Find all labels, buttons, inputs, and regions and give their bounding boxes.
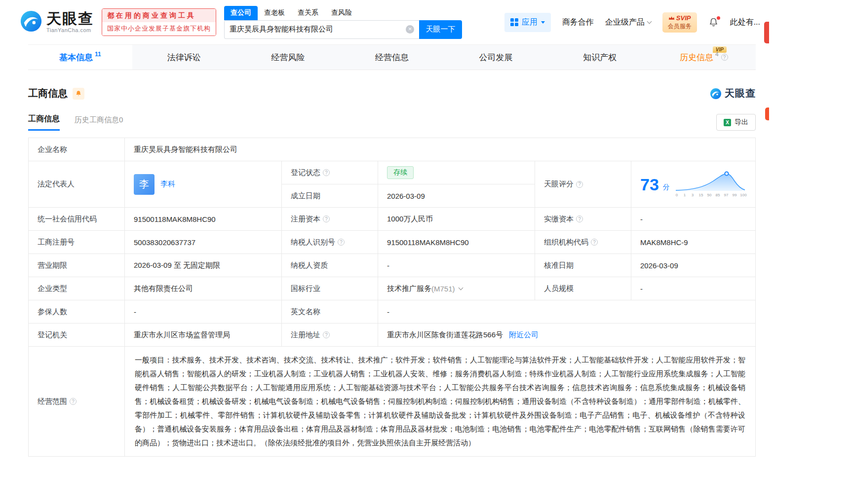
label-text: 天眼评分 <box>544 180 574 189</box>
company-type-value: 其他有限责任公司 <box>125 277 282 300</box>
watermark-text: 天眼查 <box>725 87 756 100</box>
legal-rep-value: 李 李科 <box>125 161 282 207</box>
term-label: 营业期限 <box>29 254 125 277</box>
tab-legal-proceedings[interactable]: 法律诉讼 <box>132 45 236 70</box>
clear-icon[interactable]: × <box>406 25 414 34</box>
section-title: 工商信息 <box>28 87 68 100</box>
credit-code: 91500118MAK8M8HC90 <box>134 215 216 223</box>
subtab-business-info[interactable]: 工商信息 <box>28 114 60 131</box>
label-text: 成立日期 <box>291 191 320 201</box>
staff-size-value: - <box>631 277 755 300</box>
address-help-icon[interactable]: ? <box>323 331 330 338</box>
label-text: 纳税人识别号 <box>291 238 335 247</box>
status-value: 存续 <box>378 161 535 184</box>
search-input[interactable] <box>230 25 406 34</box>
tianyancha-logo[interactable]: 天眼查 TianYanCha.com <box>20 10 94 35</box>
reg-capital: 1000万人民币 <box>387 215 433 224</box>
company-name: 重庆昊辰具身智能科技有限公司 <box>134 145 237 154</box>
label-text: 纳税人资质 <box>291 261 328 270</box>
floating-widget-top[interactable] <box>764 22 769 43</box>
taxpayer-id-help-icon[interactable]: ? <box>338 239 345 246</box>
tianyancha-logo-icon <box>20 10 42 35</box>
scope-help-icon[interactable]: ? <box>70 398 77 405</box>
search-button[interactable]: 天眼一下 <box>419 20 462 39</box>
established-value: 2026-03-09 <box>378 184 535 207</box>
tab-company-development[interactable]: 公司发展 <box>444 45 548 70</box>
logo-name: 天眼查 <box>46 11 94 27</box>
industry-expand-icon[interactable] <box>458 285 463 290</box>
export-label: 导出 <box>735 118 748 127</box>
crown-icon <box>668 16 675 20</box>
tab-label: 基本信息 <box>59 52 93 63</box>
score-label: 天眼评分 ? <box>535 161 631 207</box>
insured-count: - <box>134 308 136 316</box>
slogan-line1: 都在用的商业查询工具 <box>102 9 216 22</box>
insured-label: 参保人数 <box>29 300 125 323</box>
search-tab-relation[interactable]: 查关系 <box>291 6 325 20</box>
status-help-icon[interactable]: ? <box>323 169 330 176</box>
credit-code-value: 91500118MAK8M8HC90 <box>125 208 282 230</box>
user-menu[interactable]: 此处有... <box>730 17 760 28</box>
apps-label: 应用 <box>522 17 538 28</box>
table-row-legal-rep: 法定代表人 李 李科 登记状态 ? 存续 成立日期 <box>29 161 755 208</box>
tab-history-info[interactable]: VIP 历史信息 4 ? <box>652 45 756 70</box>
monitor-bell-icon[interactable] <box>73 88 84 100</box>
tab-label: 经营风险 <box>271 52 305 63</box>
tab-label: 法律诉讼 <box>167 52 201 63</box>
floating-widget-bottom[interactable] <box>765 108 769 120</box>
reg-capital-help-icon[interactable]: ? <box>323 216 330 222</box>
search-tab-boss[interactable]: 查老板 <box>258 6 291 20</box>
tab-label: 知识产权 <box>583 52 617 63</box>
label-text: 统一社会信用代码 <box>38 215 97 224</box>
english-name-label: 英文名称 <box>282 300 378 323</box>
svip-member-button[interactable]: SVIP 会员服务 <box>662 12 697 33</box>
apps-button[interactable]: 应用 <box>504 13 551 32</box>
taxpayer-id: 91500118MAK8M8HC90 <box>387 238 469 247</box>
notification-dot <box>717 16 720 20</box>
notification-bell-icon[interactable] <box>708 17 719 28</box>
label-text: 组织机构代码 <box>544 238 588 247</box>
tab-intellectual-property[interactable]: 知识产权 <box>548 45 652 70</box>
nearby-companies-link[interactable]: 附近公司 <box>509 330 539 340</box>
table-row-term: 营业期限 2026-03-09 至 无固定期限 纳税人资质 - 核准日期 202… <box>29 254 755 277</box>
tab-operational-risk[interactable]: 经营风险 <box>236 45 340 70</box>
status-badge: 存续 <box>387 166 414 179</box>
tab-count: 11 <box>95 51 101 58</box>
label-text: 注册资本 <box>291 215 320 224</box>
slogan-box: 都在用的商业查询工具 国家中小企业发展子基金旗下机构 <box>102 8 216 36</box>
industry: 技术推广服务 <box>387 284 431 293</box>
svip-label: SVIP <box>676 14 691 22</box>
enterprise-product-link[interactable]: 企业级产品 <box>605 17 651 28</box>
subtab-history-business-info[interactable]: 历史工商信息0 <box>75 115 123 130</box>
subtab-count: 0 <box>119 115 123 124</box>
table-row-registry: 登记机关 重庆市永川区市场监督管理局 注册地址 ? 重庆市永川区陈食街道莲花路5… <box>29 324 755 347</box>
legal-rep-label: 法定代表人 <box>29 161 125 207</box>
tab-business-operations[interactable]: 经营信息 <box>340 45 444 70</box>
label-text: 工商注册号 <box>38 238 75 247</box>
score-help-icon[interactable]: ? <box>576 181 583 188</box>
paid-capital-help-icon[interactable]: ? <box>576 216 583 222</box>
business-cooperation-link[interactable]: 商务合作 <box>562 17 594 28</box>
approval-date-label: 核准日期 <box>535 254 631 277</box>
registry-label: 登记机关 <box>29 324 125 346</box>
search-tab-risk[interactable]: 查风险 <box>325 6 358 20</box>
business-cooperation-label: 商务合作 <box>562 17 594 28</box>
tab-label: 历史信息 <box>680 52 713 63</box>
axis-label: 97 <box>724 193 728 197</box>
staff-size: - <box>640 285 643 293</box>
score-curve-chart: 0 1 3 15 50 85 97 99 100 <box>674 170 748 199</box>
established-label: 成立日期 <box>282 184 378 207</box>
subtab-label: 历史工商信息 <box>75 115 119 124</box>
history-help-icon[interactable]: ? <box>721 54 728 61</box>
legal-rep-avatar[interactable]: 李 <box>134 174 155 195</box>
subtab-label: 工商信息 <box>28 114 60 123</box>
scope-label: 经营范围 ? <box>29 347 125 456</box>
label-text: 企业名称 <box>38 145 67 154</box>
org-code-help-icon[interactable]: ? <box>591 239 598 246</box>
export-button[interactable]: X 导出 <box>716 114 756 131</box>
tianyancha-watermark-icon <box>710 88 722 100</box>
english-name: - <box>387 308 389 316</box>
tab-basic-info[interactable]: 基本信息 11 <box>28 45 132 70</box>
legal-rep-link[interactable]: 李科 <box>160 180 175 189</box>
search-tab-company[interactable]: 查公司 <box>224 6 258 20</box>
